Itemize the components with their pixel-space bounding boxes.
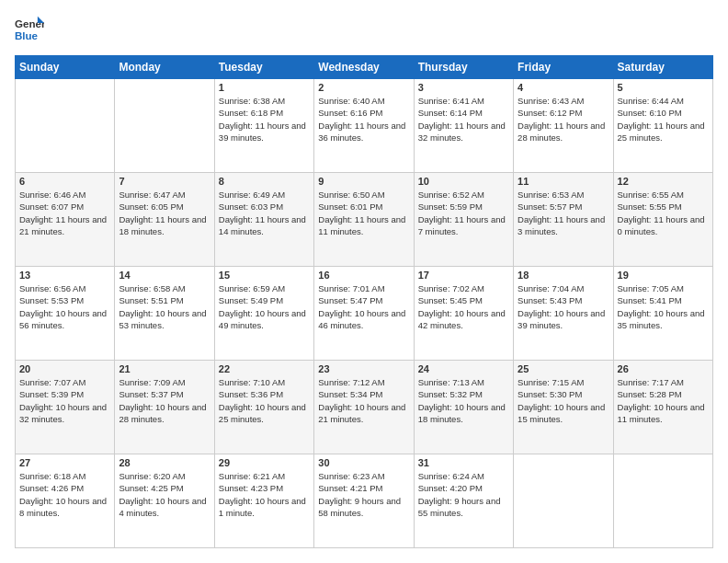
page: General Blue SundayMondayTuesdayWednesda… [0, 0, 728, 563]
day-number: 16 [318, 270, 409, 281]
cell-info: Sunrise: 6:43 AMSunset: 6:12 PMDaylight:… [518, 95, 609, 144]
week-row-3: 20Sunrise: 7:07 AMSunset: 5:39 PMDayligh… [16, 361, 713, 454]
calendar-cell [514, 454, 613, 548]
cell-info: Sunrise: 7:17 AMSunset: 5:28 PMDaylight:… [618, 376, 709, 425]
day-number: 19 [618, 270, 709, 281]
calendar-cell: 8Sunrise: 6:49 AMSunset: 6:03 PMDaylight… [214, 173, 313, 267]
calendar-cell: 27Sunrise: 6:18 AMSunset: 4:26 PMDayligh… [16, 454, 115, 548]
cell-info: Sunrise: 7:09 AMSunset: 5:37 PMDaylight:… [119, 376, 210, 425]
day-number: 15 [219, 270, 310, 281]
cell-info: Sunrise: 7:07 AMSunset: 5:39 PMDaylight:… [19, 376, 110, 425]
cell-info: Sunrise: 6:49 AMSunset: 6:03 PMDaylight:… [219, 189, 310, 237]
calendar-table: SundayMondayTuesdayWednesdayThursdayFrid… [15, 55, 713, 548]
cell-info: Sunrise: 7:15 AMSunset: 5:30 PMDaylight:… [518, 376, 609, 425]
calendar-cell: 29Sunrise: 6:21 AMSunset: 4:23 PMDayligh… [214, 454, 313, 548]
week-row-2: 13Sunrise: 6:56 AMSunset: 5:53 PMDayligh… [16, 267, 713, 361]
week-row-0: 1Sunrise: 6:38 AMSunset: 6:18 PMDaylight… [16, 79, 713, 173]
weekday-header-friday: Friday [514, 56, 613, 79]
day-number: 17 [418, 270, 509, 281]
calendar-cell: 3Sunrise: 6:41 AMSunset: 6:14 PMDaylight… [414, 79, 513, 173]
day-number: 28 [119, 457, 210, 468]
cell-info: Sunrise: 7:02 AMSunset: 5:45 PMDaylight:… [418, 282, 509, 331]
calendar-cell: 26Sunrise: 7:17 AMSunset: 5:28 PMDayligh… [613, 361, 712, 454]
header: General Blue [15, 15, 713, 44]
cell-info: Sunrise: 6:58 AMSunset: 5:51 PMDaylight:… [119, 282, 210, 331]
calendar-cell: 18Sunrise: 7:04 AMSunset: 5:43 PMDayligh… [514, 267, 613, 361]
day-number: 21 [119, 363, 210, 374]
day-number: 4 [518, 82, 609, 93]
weekday-header-thursday: Thursday [414, 56, 513, 79]
calendar-cell: 17Sunrise: 7:02 AMSunset: 5:45 PMDayligh… [414, 267, 513, 361]
day-number: 29 [219, 457, 310, 468]
day-number: 20 [19, 363, 110, 374]
weekday-header-tuesday: Tuesday [214, 56, 313, 79]
day-number: 5 [618, 82, 709, 93]
cell-info: Sunrise: 7:10 AMSunset: 5:36 PMDaylight:… [219, 376, 310, 425]
calendar-cell: 24Sunrise: 7:13 AMSunset: 5:32 PMDayligh… [414, 361, 513, 454]
logo-icon: General Blue [15, 15, 44, 44]
day-number: 25 [518, 363, 609, 374]
weekday-header-saturday: Saturday [613, 56, 712, 79]
calendar-cell: 1Sunrise: 6:38 AMSunset: 6:18 PMDaylight… [214, 79, 313, 173]
day-number: 22 [219, 363, 310, 374]
calendar-cell [16, 79, 115, 173]
cell-info: Sunrise: 6:23 AMSunset: 4:21 PMDaylight:… [318, 470, 409, 519]
day-number: 24 [418, 363, 509, 374]
cell-info: Sunrise: 6:59 AMSunset: 5:49 PMDaylight:… [219, 282, 310, 331]
cell-info: Sunrise: 6:21 AMSunset: 4:23 PMDaylight:… [219, 470, 310, 519]
cell-info: Sunrise: 7:05 AMSunset: 5:41 PMDaylight:… [618, 282, 709, 331]
week-row-1: 6Sunrise: 6:46 AMSunset: 6:07 PMDaylight… [16, 173, 713, 267]
calendar-cell: 6Sunrise: 6:46 AMSunset: 6:07 PMDaylight… [16, 173, 115, 267]
cell-info: Sunrise: 6:18 AMSunset: 4:26 PMDaylight:… [19, 470, 110, 519]
day-number: 10 [418, 176, 509, 187]
cell-info: Sunrise: 6:24 AMSunset: 4:20 PMDaylight:… [418, 470, 509, 519]
cell-info: Sunrise: 6:56 AMSunset: 5:53 PMDaylight:… [19, 282, 110, 331]
cell-info: Sunrise: 7:12 AMSunset: 5:34 PMDaylight:… [318, 376, 409, 425]
day-number: 3 [418, 82, 509, 93]
day-number: 23 [318, 363, 409, 374]
cell-info: Sunrise: 6:41 AMSunset: 6:14 PMDaylight:… [418, 95, 509, 144]
cell-info: Sunrise: 6:20 AMSunset: 4:25 PMDaylight:… [119, 470, 210, 519]
cell-info: Sunrise: 6:50 AMSunset: 6:01 PMDaylight:… [318, 189, 409, 237]
day-number: 6 [19, 176, 110, 187]
day-number: 13 [19, 270, 110, 281]
weekday-header-wednesday: Wednesday [314, 56, 414, 79]
calendar-cell: 4Sunrise: 6:43 AMSunset: 6:12 PMDaylight… [514, 79, 613, 173]
svg-text:Blue: Blue [15, 30, 39, 41]
cell-info: Sunrise: 7:13 AMSunset: 5:32 PMDaylight:… [418, 376, 509, 425]
cell-info: Sunrise: 6:38 AMSunset: 6:18 PMDaylight:… [219, 95, 310, 144]
calendar-cell: 14Sunrise: 6:58 AMSunset: 5:51 PMDayligh… [115, 267, 214, 361]
calendar-cell: 30Sunrise: 6:23 AMSunset: 4:21 PMDayligh… [314, 454, 414, 548]
day-number: 30 [318, 457, 409, 468]
day-number: 9 [318, 176, 409, 187]
weekday-header-sunday: Sunday [16, 56, 115, 79]
day-number: 27 [19, 457, 110, 468]
day-number: 14 [119, 270, 210, 281]
weekday-header-monday: Monday [115, 56, 214, 79]
calendar-cell: 13Sunrise: 6:56 AMSunset: 5:53 PMDayligh… [16, 267, 115, 361]
calendar-cell [613, 454, 712, 548]
cell-info: Sunrise: 7:04 AMSunset: 5:43 PMDaylight:… [518, 282, 609, 331]
cell-info: Sunrise: 7:01 AMSunset: 5:47 PMDaylight:… [318, 282, 409, 331]
calendar-cell [115, 79, 214, 173]
cell-info: Sunrise: 6:44 AMSunset: 6:10 PMDaylight:… [618, 95, 709, 144]
day-number: 7 [119, 176, 210, 187]
cell-info: Sunrise: 6:40 AMSunset: 6:16 PMDaylight:… [318, 95, 409, 144]
day-number: 31 [418, 457, 509, 468]
day-number: 26 [618, 363, 709, 374]
calendar-cell: 22Sunrise: 7:10 AMSunset: 5:36 PMDayligh… [214, 361, 313, 454]
calendar-cell: 28Sunrise: 6:20 AMSunset: 4:25 PMDayligh… [115, 454, 214, 548]
day-number: 11 [518, 176, 609, 187]
day-number: 18 [518, 270, 609, 281]
cell-info: Sunrise: 6:46 AMSunset: 6:07 PMDaylight:… [19, 189, 110, 237]
calendar-cell: 15Sunrise: 6:59 AMSunset: 5:49 PMDayligh… [214, 267, 313, 361]
calendar-cell: 12Sunrise: 6:55 AMSunset: 5:55 PMDayligh… [613, 173, 712, 267]
cell-info: Sunrise: 6:47 AMSunset: 6:05 PMDaylight:… [119, 189, 210, 237]
calendar-cell: 10Sunrise: 6:52 AMSunset: 5:59 PMDayligh… [414, 173, 513, 267]
day-number: 8 [219, 176, 310, 187]
calendar-cell: 2Sunrise: 6:40 AMSunset: 6:16 PMDaylight… [314, 79, 414, 173]
day-number: 2 [318, 82, 409, 93]
calendar-cell: 31Sunrise: 6:24 AMSunset: 4:20 PMDayligh… [414, 454, 513, 548]
day-number: 12 [618, 176, 709, 187]
weekday-header-row: SundayMondayTuesdayWednesdayThursdayFrid… [16, 56, 713, 79]
